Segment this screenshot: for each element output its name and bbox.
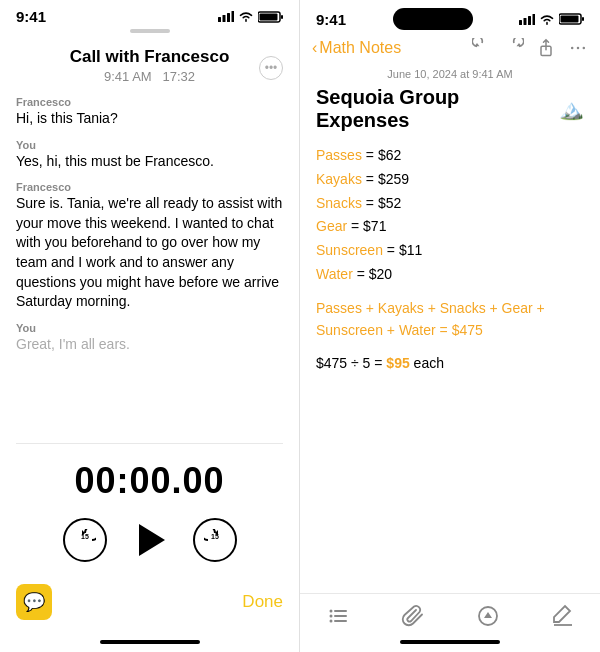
math-result: $475 ÷ 5 = $95 each <box>316 352 584 374</box>
math-line-gear: Gear = $71 <box>316 215 584 239</box>
done-button[interactable]: Done <box>242 592 283 612</box>
wifi-icon-left <box>238 11 254 22</box>
speaker-label: Francesco <box>16 181 283 193</box>
scroll-indicator <box>130 29 170 33</box>
checklist-icon[interactable] <box>326 604 350 628</box>
svg-marker-19 <box>517 43 522 46</box>
rewind-button[interactable]: 15 <box>63 518 107 562</box>
message-block: You Great, I'm all ears. <box>16 322 283 355</box>
svg-rect-3 <box>232 11 235 22</box>
signal-icon <box>218 11 234 22</box>
message-text-faded: Great, I'm all ears. <box>16 335 283 355</box>
svg-marker-31 <box>484 612 492 618</box>
call-title: Call with Francesco <box>16 47 283 67</box>
math-result-value: $95 <box>386 355 409 371</box>
math-line-sunscreen: Sunscreen = $11 <box>316 239 584 263</box>
status-icons-right <box>519 13 584 25</box>
pen-icon[interactable] <box>551 604 575 628</box>
more-options-button[interactable]: ••• <box>259 56 283 80</box>
math-line-snacks: Snacks = $52 <box>316 192 584 216</box>
speaker-label: Francesco <box>16 96 283 108</box>
svg-rect-11 <box>519 20 522 25</box>
call-meta: 9:41 AM 17:32 <box>16 69 283 84</box>
dynamic-island <box>393 8 473 30</box>
svg-point-23 <box>583 47 586 50</box>
math-line-water: Water = $20 <box>316 263 584 287</box>
back-button[interactable]: ‹ Math Notes <box>312 39 401 57</box>
message-block: You Yes, hi, this must be Francesco. <box>16 139 283 172</box>
message-text: Sure is. Tania, we're all ready to assis… <box>16 194 283 312</box>
message-block: Francesco Hi, is this Tania? <box>16 96 283 129</box>
back-chevron-icon: ‹ <box>312 39 317 57</box>
status-time-right: 9:41 <box>316 11 346 28</box>
attachment-icon[interactable] <box>401 604 425 628</box>
status-bar-left: 9:41 <box>0 0 299 29</box>
nav-title: Math Notes <box>319 39 401 57</box>
play-button[interactable] <box>139 524 165 556</box>
svg-rect-5 <box>260 13 278 20</box>
bottom-bar-left: 💬 Done <box>0 574 299 636</box>
note-items: Passes = $62 Kayaks = $259 Snacks = $52 … <box>316 144 584 287</box>
svg-point-21 <box>571 47 574 50</box>
fastfwd-icon: 15 <box>204 529 226 551</box>
timer-display: 00:00.00 <box>0 460 299 502</box>
transcript-button[interactable]: 💬 <box>16 584 52 620</box>
left-panel: 9:41 Call with Francesco 9:41 AM <box>0 0 300 652</box>
bottom-toolbar <box>300 593 600 636</box>
speaker-label: You <box>16 322 283 334</box>
note-emoji: 🏔️ <box>559 97 584 121</box>
share-icon[interactable] <box>536 38 556 58</box>
redo-icon[interactable] <box>504 38 524 58</box>
note-title: Sequoia Group Expenses 🏔️ <box>316 86 584 132</box>
svg-marker-18 <box>475 43 480 46</box>
divider <box>16 443 283 444</box>
note-date: June 10, 2024 at 9:41 AM <box>316 68 584 80</box>
svg-rect-13 <box>528 16 531 25</box>
svg-rect-16 <box>561 16 579 23</box>
math-line-passes: Passes = $62 <box>316 144 584 168</box>
status-bar-right: 9:41 <box>300 0 600 34</box>
svg-point-24 <box>329 610 332 613</box>
note-content: June 10, 2024 at 9:41 AM Sequoia Group E… <box>300 64 600 593</box>
speaker-label: You <box>16 139 283 151</box>
right-panel: 9:41 ‹ Math Notes <box>300 0 600 652</box>
svg-rect-12 <box>524 18 527 25</box>
fast-forward-button[interactable]: 15 <box>193 518 237 562</box>
svg-rect-14 <box>533 14 536 25</box>
home-indicator-left <box>100 640 200 644</box>
home-indicator-right <box>400 640 500 644</box>
svg-rect-1 <box>223 15 226 22</box>
compose-icon[interactable] <box>476 604 500 628</box>
svg-rect-2 <box>227 13 230 22</box>
transcript-area: Francesco Hi, is this Tania? You Yes, hi… <box>0 88 299 439</box>
transcript-icon-symbol: 💬 <box>23 591 45 613</box>
svg-rect-6 <box>281 15 283 19</box>
message-text: Yes, hi, this must be Francesco. <box>16 152 283 172</box>
rewind-icon: 15 <box>74 529 96 551</box>
status-icons-left <box>218 11 283 23</box>
status-time-left: 9:41 <box>16 8 46 25</box>
call-header: Call with Francesco 9:41 AM 17:32 <box>0 39 299 88</box>
message-block: Francesco Sure is. Tania, we're all read… <box>16 181 283 312</box>
nav-actions <box>472 38 588 58</box>
math-equation: Passes + Kayaks + Snacks + Gear +Sunscre… <box>316 297 584 342</box>
message-text: Hi, is this Tania? <box>16 109 283 129</box>
undo-icon[interactable] <box>472 38 492 58</box>
more-icon-right[interactable] <box>568 38 588 58</box>
svg-rect-17 <box>582 17 584 21</box>
signal-icon-right <box>519 14 535 25</box>
math-line-kayaks: Kayaks = $259 <box>316 168 584 192</box>
nav-bar: ‹ Math Notes <box>300 34 600 64</box>
svg-point-28 <box>329 620 332 623</box>
wifi-icon-right <box>539 14 555 25</box>
battery-icon-left <box>258 11 283 23</box>
timer-section: 00:00.00 <box>0 448 299 510</box>
playback-controls: 15 15 <box>0 510 299 574</box>
battery-icon-right <box>559 13 584 25</box>
svg-rect-0 <box>218 17 221 22</box>
svg-point-22 <box>577 47 580 50</box>
svg-point-26 <box>329 615 332 618</box>
